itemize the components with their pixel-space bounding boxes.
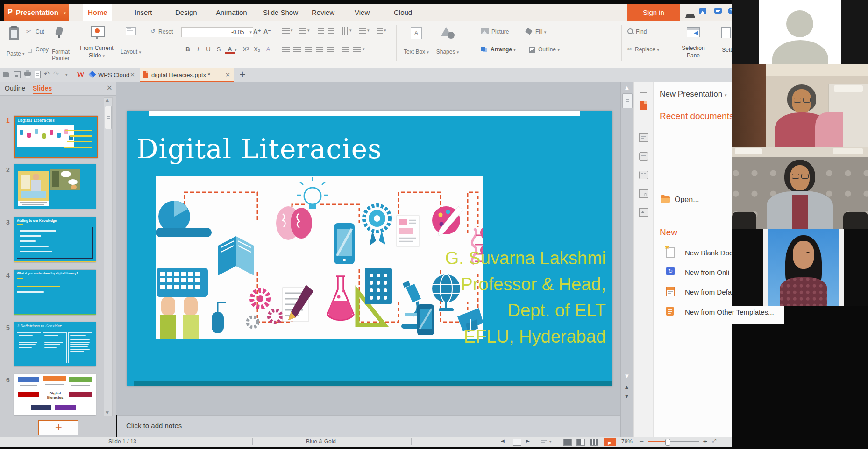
comments-pane-icon[interactable] <box>639 171 648 179</box>
underline-button[interactable]: U <box>204 46 213 53</box>
status-page-icon[interactable] <box>513 439 521 446</box>
tab-animation[interactable]: Animation <box>211 4 252 21</box>
columns-button[interactable] <box>359 28 366 34</box>
find-button[interactable]: Find <box>627 28 655 35</box>
transition-pane-icon[interactable] <box>639 133 648 142</box>
zoom-in-button[interactable]: + <box>703 438 708 445</box>
tab-review[interactable]: Review <box>307 4 339 21</box>
fit-slide-button[interactable]: ⤢ <box>712 438 716 444</box>
open-file-icon[interactable] <box>3 72 9 77</box>
font-name-combo[interactable] <box>181 27 231 37</box>
copy-button[interactable]: Copy <box>26 46 51 53</box>
selection-pane-button[interactable]: Selection Pane <box>676 26 711 61</box>
editor-scrollbar[interactable]: ▲ ▼ ▲ ▼ <box>620 82 634 437</box>
picture-share-icon[interactable] <box>699 8 706 14</box>
notes-caret-icon[interactable]: ▾ <box>549 439 552 444</box>
slide-author-block[interactable]: G. Suvarna Lakshmi Professor & Head, Dep… <box>380 245 606 350</box>
slide-thumbnail-1[interactable]: Digital Literacies <box>14 116 98 158</box>
app-menu-button[interactable]: P Presentation ▾ <box>4 4 69 21</box>
text-box-button[interactable]: A Text Box ▾ <box>402 26 431 61</box>
slide-thumbnail-6[interactable]: Digital literacies <box>14 374 96 415</box>
theme-name[interactable]: Blue & Gold <box>306 438 336 445</box>
video-tile-avatar-placeholder[interactable] <box>732 0 868 64</box>
outline-tab[interactable]: Outline <box>5 84 25 92</box>
reset-button[interactable]: ↺ Reset <box>150 28 178 35</box>
store-cart-icon[interactable] <box>685 9 695 18</box>
format-painter-button[interactable]: Format Painter <box>50 26 71 61</box>
video-tile-participant-2[interactable] <box>732 147 868 229</box>
replace-button[interactable]: ab Replace ▾ <box>627 46 667 53</box>
undo-icon[interactable]: ↶ <box>44 70 50 77</box>
status-next-icon[interactable]: ▶ <box>526 438 530 443</box>
tab-cloud[interactable]: Cloud <box>389 4 417 21</box>
tab-insert[interactable]: Insert <box>130 4 157 21</box>
line-spacing-button[interactable] <box>342 47 349 52</box>
redo-icon[interactable]: ↷ <box>53 70 59 77</box>
close-cloud-tab-icon[interactable]: × <box>130 71 135 78</box>
image-pane-icon[interactable] <box>639 208 648 217</box>
zoom-slider[interactable] <box>648 441 699 442</box>
paragraph-spacing-button[interactable] <box>353 47 361 52</box>
paragraph-more-caret-icon[interactable]: ▾ <box>363 47 365 51</box>
zoom-out-button[interactable]: − <box>639 438 644 445</box>
tab-view[interactable]: View <box>350 4 374 21</box>
increase-font-button[interactable]: A⁺ <box>253 28 261 35</box>
layout-button[interactable]: Layout ▾ <box>118 26 144 61</box>
save-icon[interactable] <box>14 71 21 78</box>
next-slide-button[interactable]: ▼ <box>625 394 628 399</box>
superscript-button[interactable]: X² <box>241 46 250 53</box>
editor-scroll-down-icon[interactable]: ▼ <box>625 373 629 379</box>
align-left-button[interactable] <box>282 47 290 52</box>
notes-area[interactable]: Click to add notes <box>117 415 620 437</box>
previous-slide-button[interactable]: ▲ <box>625 385 628 389</box>
slideshow-play-button[interactable]: ▶ <box>604 438 616 446</box>
subscript-button[interactable]: X₂ <box>252 46 262 53</box>
font-size-combo[interactable]: -0.05▾ <box>229 27 253 37</box>
tab-slideshow[interactable]: Slide Show <box>258 4 303 21</box>
slides-tab[interactable]: Slides <box>33 84 52 94</box>
numbered-list-button[interactable] <box>299 28 306 34</box>
new-tab-button[interactable]: + <box>239 70 246 79</box>
tab-home[interactable]: Home <box>83 4 112 21</box>
bold-button[interactable]: B <box>183 46 192 53</box>
align-center-button[interactable] <box>293 47 301 52</box>
bullet-list-button[interactable] <box>282 28 290 34</box>
notes-toggle-icon[interactable] <box>541 439 548 445</box>
open-file-row[interactable]: Open... <box>660 195 730 205</box>
fill-button[interactable]: Fill ▾ <box>526 28 554 35</box>
arrange-button[interactable]: Arrange ▾ <box>481 46 524 53</box>
close-panel-icon[interactable]: × <box>107 84 113 92</box>
active-document-tab[interactable]: digital literacies.pptx * × <box>140 68 234 82</box>
scrollbar-thumb[interactable] <box>105 106 112 129</box>
shapes-button[interactable]: Shapes ▾ <box>434 26 462 61</box>
slide-editor[interactable]: Digital Literacies <box>127 111 612 386</box>
chat-feedback-icon[interactable] <box>714 8 722 14</box>
print-icon[interactable] <box>24 72 31 76</box>
strikethrough-button[interactable]: S <box>214 46 223 53</box>
new-presentation-dropdown[interactable]: New Presentation ▾ <box>660 90 726 99</box>
cut-button[interactable]: ✂ Cut <box>26 28 49 35</box>
research-pane-icon[interactable] <box>639 189 648 198</box>
add-slide-button[interactable]: + <box>38 420 78 435</box>
distribute-button[interactable] <box>327 47 334 52</box>
font-color-button[interactable]: A <box>225 46 235 54</box>
quick-access-caret-icon[interactable]: ▾ <box>65 72 68 77</box>
video-tile-participant-3[interactable] <box>732 229 868 306</box>
slide-thumbnail-3[interactable]: Adding to our Knowledge <box>14 217 96 262</box>
editor-scrollbar-thumb[interactable] <box>622 93 633 108</box>
from-current-slide-button[interactable]: From Current Slide ▾ <box>78 26 115 61</box>
justify-button[interactable] <box>316 47 323 52</box>
slide-thumbnail-4[interactable]: What d you understand by digital literac… <box>14 270 96 315</box>
video-tile-participant-1[interactable] <box>732 64 868 147</box>
picture-button[interactable]: Picture <box>481 28 520 35</box>
editor-scroll-up-icon[interactable]: ▲ <box>625 85 629 90</box>
character-spacing-button[interactable] <box>377 28 383 34</box>
zoom-level-label[interactable]: 78% <box>621 438 633 445</box>
slide-thumbnail-2[interactable] <box>14 164 96 209</box>
slide-sorter-view-icon[interactable] <box>576 439 585 446</box>
animation-pane-icon[interactable] <box>639 152 648 161</box>
normal-view-icon[interactable] <box>563 439 572 446</box>
thumbnails-scrollbar[interactable]: ▲ ▼ <box>104 97 113 416</box>
outline-button[interactable]: Outline ▾ <box>529 46 569 53</box>
new-document-pane-icon[interactable] <box>640 101 647 110</box>
